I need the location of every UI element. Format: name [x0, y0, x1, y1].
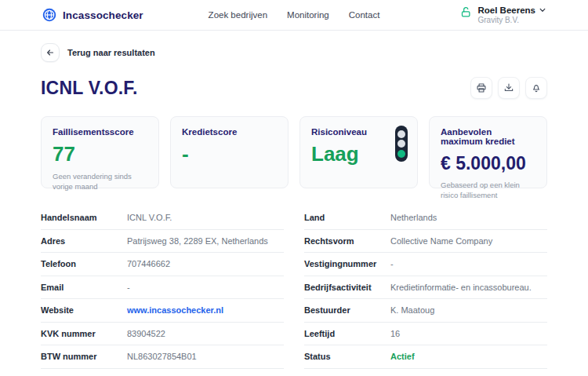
- card-value: 77: [53, 144, 147, 164]
- detail-value: Netherlands: [390, 213, 547, 222]
- traffic-light-red-off: [397, 130, 405, 138]
- table-row-leeftijd: Leeftijd 16: [304, 323, 547, 346]
- detail-value: 707446662: [127, 259, 284, 268]
- top-nav-bar: Incassochecker Zoek bedrijven Monitoring…: [0, 0, 588, 31]
- bell-icon: [531, 82, 542, 93]
- status-value: Actief: [390, 352, 547, 361]
- page-title: ICNL V.O.F.: [41, 78, 138, 99]
- user-menu[interactable]: Roel Beerens Gravity B.V.: [460, 5, 546, 26]
- back-label: Terug naar resultaten: [67, 48, 155, 57]
- notifications-button[interactable]: [525, 77, 547, 99]
- detail-value: NL863027854B01: [127, 352, 284, 361]
- download-icon: [503, 82, 514, 93]
- detail-label: Status: [304, 352, 390, 361]
- table-row-rechtsvorm: Rechtsvorm Collective Name Company: [304, 230, 547, 254]
- detail-value: K. Maatoug: [390, 305, 547, 315]
- detail-label: KVK nummer: [41, 329, 127, 338]
- nav-monitoring[interactable]: Monitoring: [287, 10, 329, 20]
- chevron-down-icon: [539, 7, 546, 13]
- details-left-column: Handelsnaam ICNL V.O.F. Adres Patrijsweg…: [41, 206, 284, 369]
- card-subtext: Geen verandering sinds vorige maand: [53, 171, 147, 192]
- title-row: ICNL V.O.F.: [41, 77, 547, 99]
- table-row-adres: Adres Patrijsweg 38, 2289 EX, Netherland…: [41, 230, 284, 254]
- card-label: Kredietscore: [182, 127, 277, 137]
- card-risiconiveau: Risiconiveau Laag: [299, 116, 418, 188]
- table-row-land: Land Netherlands: [304, 206, 547, 230]
- table-row-status: Status Actief: [304, 345, 547, 369]
- detail-value: Collective Name Company: [390, 236, 547, 246]
- main-nav: Zoek bedrijven Monitoring Contact: [209, 10, 380, 20]
- details-right-column: Land Netherlands Rechtsvorm Collective N…: [304, 206, 547, 369]
- detail-value: -: [127, 283, 284, 292]
- detail-label: Bestuurder: [304, 305, 390, 315]
- detail-label: Bedrijfsactiviteit: [304, 283, 390, 292]
- detail-label: Vestigingnummer: [304, 259, 390, 268]
- detail-value: Kredietinformatie- en incassobureau.: [390, 283, 547, 292]
- title-actions: [470, 77, 547, 99]
- table-row-kvk-nummer: KVK nummer 83904522: [41, 323, 284, 346]
- card-label: Risiconiveau: [311, 127, 406, 137]
- detail-value: -: [390, 259, 547, 268]
- stat-cards: Faillisementsscore 77 Geen verandering s…: [41, 116, 547, 188]
- table-row-bestuurder: Bestuurder K. Maatoug: [304, 299, 547, 323]
- website-link[interactable]: www.incassochecker.nl: [127, 305, 284, 315]
- traffic-light-icon: [395, 126, 408, 162]
- table-row-website: Website www.incassochecker.nl: [41, 299, 284, 323]
- detail-label: Email: [41, 283, 127, 292]
- brand-name: Incassochecker: [63, 9, 143, 21]
- card-value: Laag: [311, 144, 406, 164]
- user-company: Gravity B.V.: [477, 16, 546, 26]
- lock-open-icon: [460, 6, 472, 18]
- detail-label: Telefoon: [41, 259, 127, 268]
- card-aanbevolen-krediet: Aanbevolen maximum krediet € 5.000,00 Ge…: [429, 116, 547, 188]
- card-value: -: [182, 144, 277, 164]
- back-arrow-button[interactable]: [41, 43, 60, 62]
- traffic-light-green-on: [397, 150, 405, 158]
- user-text: Roel Beerens Gravity B.V.: [477, 5, 546, 26]
- card-value: € 5.000,00: [441, 155, 535, 173]
- nav-contact[interactable]: Contact: [349, 10, 380, 20]
- detail-value: 16: [390, 329, 547, 338]
- company-details: Handelsnaam ICNL V.O.F. Adres Patrijsweg…: [41, 206, 547, 369]
- detail-label: Land: [304, 213, 390, 222]
- globe-icon: [42, 8, 56, 22]
- brand-logo[interactable]: Incassochecker: [42, 8, 143, 22]
- print-button[interactable]: [470, 77, 492, 99]
- page-content: Terug naar resultaten ICNL V.O.F.: [0, 31, 588, 369]
- detail-label: Website: [41, 305, 127, 315]
- table-row-email: Email -: [41, 276, 284, 300]
- detail-label: Handelsnaam: [41, 213, 127, 222]
- detail-label: BTW nummer: [41, 352, 127, 361]
- detail-value: ICNL V.O.F.: [127, 213, 284, 222]
- table-row-bedrijfsactiviteit: Bedrijfsactiviteit Kredietinformatie- en…: [304, 276, 547, 300]
- nav-zoek-bedrijven[interactable]: Zoek bedrijven: [209, 10, 267, 20]
- user-name: Roel Beerens: [477, 5, 535, 16]
- detail-label: Leeftijd: [304, 329, 390, 338]
- card-label: Faillisementsscore: [53, 127, 147, 137]
- arrow-left-icon: [45, 48, 55, 57]
- card-faillisementsscore: Faillisementsscore 77 Geen verandering s…: [41, 116, 159, 188]
- card-label: Aanbevolen maximum krediet: [441, 127, 535, 146]
- traffic-light-amber-off: [397, 140, 405, 148]
- table-row-vestigingnummer: Vestigingnummer -: [304, 253, 547, 276]
- back-link[interactable]: Terug naar resultaten: [41, 43, 155, 62]
- detail-label: Adres: [41, 236, 127, 246]
- table-row-btw-nummer: BTW nummer NL863027854B01: [41, 345, 284, 369]
- detail-value: Patrijsweg 38, 2289 EX, Netherlands: [127, 236, 284, 246]
- detail-label: Rechtsvorm: [304, 236, 390, 246]
- card-kredietscore: Kredietscore -: [170, 116, 289, 188]
- detail-value: 83904522: [127, 329, 284, 338]
- printer-icon: [476, 82, 487, 93]
- download-button[interactable]: [498, 77, 520, 99]
- card-subtext: Gebaseerd op een klein risico failliseme…: [441, 180, 535, 201]
- table-row-telefoon: Telefoon 707446662: [41, 253, 284, 276]
- table-row-handelsnaam: Handelsnaam ICNL V.O.F.: [41, 206, 284, 230]
